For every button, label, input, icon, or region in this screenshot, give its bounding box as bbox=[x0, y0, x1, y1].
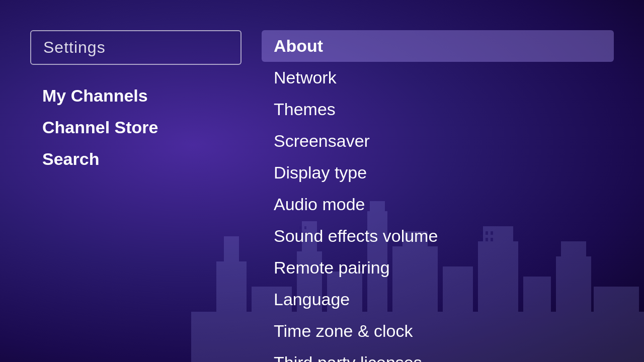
settings-title: Settings bbox=[43, 38, 106, 56]
menu-item-time-zone-clock[interactable]: Time zone & clock bbox=[262, 315, 614, 347]
menu-item-display-type[interactable]: Display type bbox=[262, 157, 614, 189]
menu-item-third-party-licenses[interactable]: Third party licenses bbox=[262, 347, 614, 362]
right-menu: AboutNetworkThemesScreensaverDisplay typ… bbox=[262, 30, 614, 362]
menu-item-language[interactable]: Language bbox=[262, 284, 614, 315]
menu-item-about[interactable]: About bbox=[262, 30, 614, 62]
menu-item-remote-pairing[interactable]: Remote pairing bbox=[262, 252, 614, 284]
left-panel: Settings My ChannelsChannel StoreSearch bbox=[30, 30, 242, 332]
menu-item-audio-mode[interactable]: Audio mode bbox=[262, 189, 614, 220]
menu-item-network[interactable]: Network bbox=[262, 62, 614, 94]
menu-item-sound-effects-volume[interactable]: Sound effects volume bbox=[262, 220, 614, 252]
left-menu: My ChannelsChannel StoreSearch bbox=[30, 80, 242, 175]
right-panel: AboutNetworkThemesScreensaverDisplay typ… bbox=[262, 30, 614, 332]
menu-item-themes[interactable]: Themes bbox=[262, 94, 614, 125]
sidebar-item-search[interactable]: Search bbox=[30, 143, 242, 175]
menu-item-screensaver[interactable]: Screensaver bbox=[262, 125, 614, 157]
main-content: Settings My ChannelsChannel StoreSearch … bbox=[0, 0, 644, 362]
sidebar-item-my-channels[interactable]: My Channels bbox=[30, 80, 242, 112]
sidebar-item-channel-store[interactable]: Channel Store bbox=[30, 112, 242, 143]
settings-title-box: Settings bbox=[30, 30, 242, 65]
